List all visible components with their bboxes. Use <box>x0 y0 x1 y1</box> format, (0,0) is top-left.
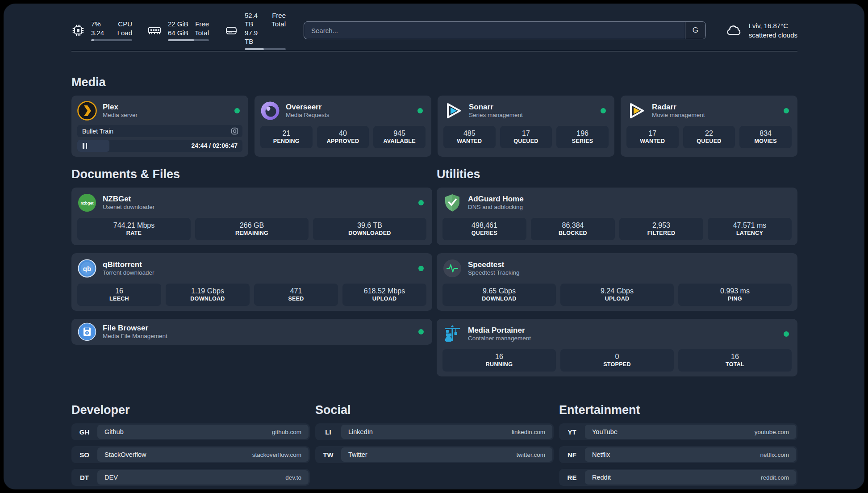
bookmark-body: DEV dev.to <box>97 470 309 485</box>
bookmark-dev[interactable]: DT DEV dev.to <box>71 469 310 486</box>
bookmark-url: dev.to <box>285 474 301 481</box>
bookmark-body: StackOverflow stackoverflow.com <box>97 447 309 462</box>
stat-leech: 16 LEECH <box>77 284 161 306</box>
stat-remaining: 266 GB REMAINING <box>195 218 309 240</box>
session-target-icon[interactable] <box>231 127 238 135</box>
stat-queries: 498,461 QUERIES <box>442 218 526 240</box>
stat-latency: 47.571 ms LATENCY <box>708 218 792 240</box>
app-name: Speedtest <box>468 260 792 269</box>
pause-icon[interactable] <box>83 143 87 149</box>
status-dot <box>418 200 424 205</box>
app-card-speedtest[interactable]: Speedtest Speedtest Tracking 9.65 Gbps D… <box>437 253 797 311</box>
playback-progress[interactable]: 24:44 / 02:06:47 <box>77 140 242 152</box>
section-title-documents: Documents & Files <box>71 167 432 181</box>
stat-running: 16 RUNNING <box>442 349 556 372</box>
bookmark-abbr: NF <box>559 446 585 463</box>
cpu-icon <box>71 24 85 37</box>
bookmark-abbr: RE <box>559 469 585 486</box>
app-description: Speedtest Tracking <box>468 269 792 277</box>
disk-label-top: Free <box>271 11 286 20</box>
bookmark-stackoverflow[interactable]: SO StackOverflow stackoverflow.com <box>71 446 310 463</box>
stat-seed: 471 SEED <box>254 284 338 306</box>
app-card-portainer[interactable]: Media Portainer Container management 16 … <box>437 319 797 376</box>
bookmark-name: Reddit <box>592 474 611 481</box>
search-input[interactable] <box>304 22 685 39</box>
cpu-labels: CPU Load <box>117 20 132 37</box>
system-stats: 7% 3.24 CPU Load <box>71 11 286 50</box>
filebrowser-icon <box>77 322 97 342</box>
stat-queued: 17 QUEUED <box>500 126 552 148</box>
weather-location-temp: Lviv, 16.87°C <box>749 21 797 30</box>
app-name: Radarr <box>652 102 778 112</box>
app-card-qbittorrent[interactable]: qb qBittorrent Torrent downloader 16 LEE… <box>71 253 432 311</box>
bookmark-name: Twitter <box>348 451 367 458</box>
cpu-label-bottom: Load <box>117 29 132 38</box>
disk-progress-bar <box>245 48 286 50</box>
bookmark-name: StackOverflow <box>104 451 146 458</box>
app-description: Series management <box>469 112 595 119</box>
stat-download: 9.65 Gbps DOWNLOAD <box>442 284 556 306</box>
svg-text:nzbget: nzbget <box>81 201 94 205</box>
bookmark-url: netflix.com <box>760 451 789 458</box>
section-media: Media Plex Media server <box>71 75 797 157</box>
bookmark-body: YouTube youtube.com <box>585 425 796 439</box>
memory-values: 22 GiB 64 GiB <box>168 20 188 37</box>
stat-download: 1.19 Gbps DOWNLOAD <box>166 284 250 306</box>
cpu-usage: 7% <box>91 20 104 29</box>
bookmark-twitter[interactable]: TW Twitter twitter.com <box>315 446 554 463</box>
weather-condition: scattered clouds <box>749 30 797 40</box>
app-card-plex[interactable]: Plex Media server Bullet Train <box>71 96 248 157</box>
status-dot <box>417 108 423 113</box>
bookmark-name: DEV <box>104 474 118 481</box>
section-developer: Developer GH Github github.com SO StackO… <box>71 403 310 489</box>
app-card-adguard[interactable]: AdGuard Home DNS and adblocking 498,461 … <box>437 188 797 245</box>
search-engine-button[interactable]: G <box>685 22 705 39</box>
bookmark-url: twitter.com <box>516 451 545 458</box>
dashboard-panel: 7% 3.24 CPU Load <box>4 4 864 489</box>
stat-downloaded: 39.6 TB DOWNLOADED <box>313 218 426 240</box>
section-entertainment: Entertainment YT YouTube youtube.com NF … <box>559 403 797 489</box>
app-name: Plex <box>103 102 229 112</box>
stat-stopped: 0 STOPPED <box>560 349 674 372</box>
bookmark-reddit[interactable]: RE Reddit reddit.com <box>559 469 797 486</box>
bookmark-linkedin[interactable]: LI LinkedIn linkedin.com <box>315 423 554 440</box>
app-name: Media Portainer <box>468 326 778 335</box>
bookmark-body: Reddit reddit.com <box>585 470 796 485</box>
now-playing-row: Bullet Train <box>77 125 242 137</box>
bookmark-abbr: LI <box>315 423 341 440</box>
stat-available: 945 AVAILABLE <box>373 126 426 148</box>
app-card-radarr[interactable]: Radarr Movie management 17 WANTED 22 QUE… <box>621 96 797 157</box>
section-title-developer: Developer <box>71 403 310 417</box>
stat-blocked: 86,384 BLOCKED <box>531 218 615 240</box>
bookmark-abbr: DT <box>71 469 97 486</box>
search-bar: G <box>304 21 706 39</box>
speedtest-icon <box>442 259 462 278</box>
status-dot <box>418 266 424 271</box>
bookmark-youtube[interactable]: YT YouTube youtube.com <box>559 423 797 440</box>
app-card-sonarr[interactable]: Sonarr Series management 485 WANTED 17 Q… <box>438 96 614 157</box>
bookmark-netflix[interactable]: NF Netflix netflix.com <box>559 446 797 463</box>
bookmark-name: YouTube <box>592 428 618 435</box>
app-description: Media server <box>103 112 229 119</box>
bookmark-github[interactable]: GH Github github.com <box>71 423 310 440</box>
status-dot <box>784 331 789 337</box>
disk-label-bottom: Total <box>271 20 286 29</box>
app-card-nzbget[interactable]: nzbget NZBGet Usenet downloader 744.21 M… <box>71 188 432 245</box>
bookmark-body: Twitter twitter.com <box>341 447 552 462</box>
section-title-social: Social <box>315 403 554 417</box>
bookmark-url: reddit.com <box>761 474 789 481</box>
cpu-label-top: CPU <box>117 20 132 29</box>
top-bar: 7% 3.24 CPU Load <box>71 16 797 45</box>
app-card-filebrowser[interactable]: File Browser Media File Management <box>71 319 432 345</box>
cpu-values: 7% 3.24 <box>91 20 104 37</box>
memory-free: 22 GiB <box>168 20 188 29</box>
bookmark-body: LinkedIn linkedin.com <box>341 425 552 439</box>
app-card-overseerr[interactable]: Overseerr Media Requests 21 PENDING 40 A… <box>255 96 431 157</box>
disk-free: 52.4 TB <box>245 11 267 29</box>
stat-filtered: 2,953 FILTERED <box>619 218 703 240</box>
cpu-load: 3.24 <box>91 29 104 38</box>
app-description: Media Requests <box>286 112 412 119</box>
bookmark-name: Netflix <box>592 451 610 458</box>
disk-icon <box>224 24 238 37</box>
playback-time: 24:44 / 02:06:47 <box>191 142 238 149</box>
